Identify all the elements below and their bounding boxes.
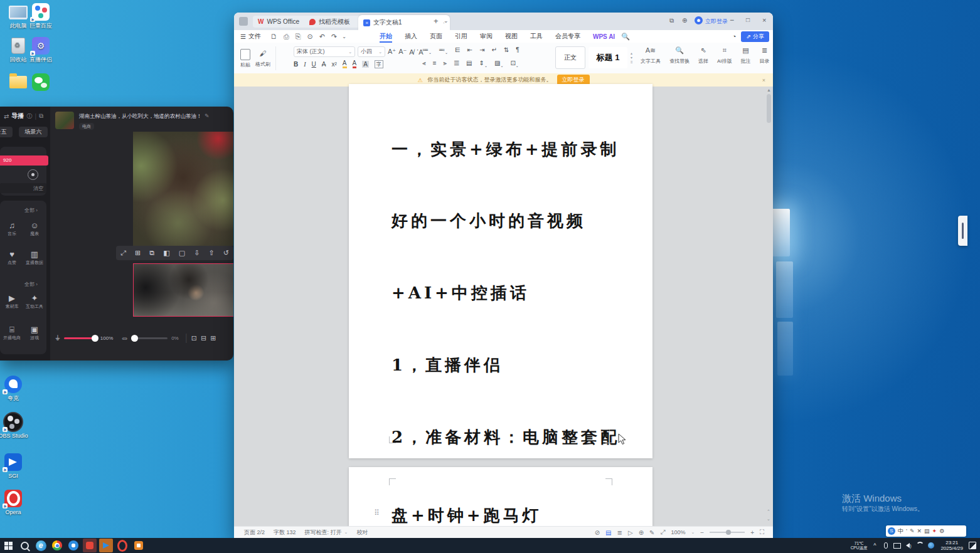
tab-wps-ai[interactable]: WPS AI [587, 33, 621, 40]
tab-docer[interactable]: 找稻壳模板 [304, 16, 365, 28]
ribbon-search-icon[interactable]: 🔍 [621, 33, 630, 41]
paste-button[interactable]: 粘贴 [240, 49, 250, 68]
tool-ecommerce[interactable]: ⌸ 开播电商 [1, 325, 23, 341]
soft-return-icon[interactable]: ↵ [492, 46, 497, 55]
section-all-2[interactable]: 全部 › [24, 281, 38, 288]
document-page-2[interactable]: ⠿ 盘+时钟+跑马灯 [349, 467, 652, 527]
underline-button[interactable]: U [312, 61, 316, 68]
video-preview-camera[interactable] [133, 263, 233, 317]
save-icon[interactable]: ⎙ [280, 33, 292, 41]
sort-icon[interactable]: ⇅ [504, 46, 509, 55]
camera-icon[interactable]: ⊡ [191, 334, 197, 342]
mic-volume-knob[interactable] [92, 335, 99, 342]
ime-pen-icon[interactable]: ✎ [910, 528, 915, 534]
tool-music[interactable]: ♫ 音乐 [1, 221, 23, 237]
tab-insert[interactable]: 插入 [398, 32, 423, 41]
align-right-icon[interactable]: ⫸ [443, 60, 447, 68]
scroll-up-icon[interactable]: ▲ [767, 88, 771, 92]
desktop-icon-obs[interactable]: ➤ OBS Studio [0, 413, 34, 439]
bold-button[interactable]: B [294, 61, 298, 68]
group-toc[interactable]: ≣ 目录 [760, 46, 770, 65]
ime-cut-icon[interactable]: ✕ [917, 528, 922, 534]
add-source-icon[interactable]: ⊞ [210, 334, 216, 342]
settings-gear-icon[interactable]: ⊕ [682, 17, 687, 24]
tray-network-icon[interactable] [915, 538, 925, 553]
ime-punct-icon[interactable]: ’ [906, 528, 907, 534]
italic-button[interactable]: I [304, 61, 306, 68]
taskbar-app-orange[interactable] [130, 538, 147, 553]
font-size-select[interactable]: 小四⌄ [358, 46, 385, 57]
scene-item-active[interactable]: 920 [0, 155, 48, 166]
close-button[interactable]: × [762, 16, 766, 24]
zoom-slider[interactable] [710, 532, 745, 533]
tray-expand-icon[interactable]: ^ [870, 538, 880, 553]
desktop-icon-wechat[interactable] [20, 73, 61, 93]
align-left-icon[interactable]: ⫷ [422, 60, 426, 68]
status-words[interactable]: 字数 132 [274, 529, 296, 537]
highlight-mode-icon[interactable]: ⊘ [595, 529, 600, 536]
redo-icon[interactable]: ↷ [328, 33, 340, 41]
increase-font-icon[interactable]: A⁺ [388, 48, 396, 56]
tab-reference[interactable]: 引用 [449, 32, 474, 41]
notice-close-icon[interactable]: × [762, 77, 765, 83]
group-text-tool[interactable]: A≋ 文字工具 [641, 46, 661, 65]
clear-format-icon[interactable]: A̸ [409, 48, 413, 56]
taskbar-app-running-red[interactable] [82, 538, 98, 553]
style-normal[interactable]: 正文 [555, 46, 585, 69]
status-spellcheck[interactable]: 拼写检查: 打开 [305, 529, 342, 537]
zoom-slider-knob[interactable] [726, 530, 731, 535]
tool-interactive[interactable]: ✦ 互动工具 [24, 293, 45, 310]
justify-icon[interactable]: ☰ [454, 60, 459, 68]
page-view-icon[interactable]: ▤ [605, 529, 611, 536]
document-scrollbar[interactable]: ▲ ⌃ ⌄ [766, 88, 772, 523]
decrease-font-icon[interactable]: A⁻ [398, 48, 407, 56]
document-page-1[interactable]: 一，实景+绿布+提前录制 好的一个小时的音视频 +AI+中控插话 1，直播伴侣 … [349, 84, 652, 458]
outline-icon[interactable]: ⋿ [455, 46, 461, 55]
tab-tools[interactable]: 工具 [524, 32, 549, 41]
tab-list-icon[interactable]: ⌄ [444, 18, 449, 24]
tool-like[interactable]: ♥ 点赞 [1, 250, 23, 266]
taskbar-chrome[interactable] [49, 538, 65, 553]
fit-page-icon[interactable]: ⤢ [660, 529, 665, 536]
new-tab-icon[interactable]: + [434, 16, 439, 26]
taskbar-app-active-live-companion[interactable] [98, 538, 114, 553]
next-page-icon[interactable]: ⌄ [767, 517, 770, 522]
login-link[interactable]: 立即登录 [705, 18, 728, 26]
move-up-icon[interactable]: ⇧ [208, 249, 214, 257]
cpu-temp-widget[interactable]: 71℃ CPU温度 [851, 541, 868, 550]
avatar[interactable]: ☻ [695, 16, 703, 24]
group-ai-layout[interactable]: ⌗ AI排版 [717, 46, 732, 65]
minimize-button[interactable]: − [730, 16, 734, 24]
border-icon[interactable]: ⊡⌄ [510, 60, 518, 68]
tab-home[interactable]: 开始 [373, 32, 398, 41]
ime-logo-icon[interactable]: S [888, 527, 895, 535]
align-center-icon[interactable]: ≡ [433, 60, 437, 68]
mic-volume-slider[interactable] [64, 337, 97, 339]
flip-horizontal-icon[interactable]: ◧ [163, 249, 169, 257]
desktop-icon-quark[interactable]: ➤ 夸克 [0, 375, 34, 401]
restore-layout-icon[interactable]: ⧉ [669, 17, 674, 24]
ime-settings-icon[interactable]: ⚙ [939, 528, 944, 534]
show-marks-icon[interactable]: ¶ [516, 46, 519, 55]
scene-tab-6[interactable]: 场景六 [19, 127, 48, 137]
indent-increase-icon[interactable]: ⇥ [479, 46, 484, 55]
tray-display-icon[interactable] [892, 538, 902, 553]
screen-share-icon[interactable]: ⊟ [201, 334, 206, 342]
font-color-button[interactable]: A [353, 60, 357, 68]
group-comment[interactable]: ▤ 批注 [741, 46, 751, 65]
highlight-button[interactable]: A [343, 60, 347, 68]
window-menu-icon[interactable] [239, 17, 248, 26]
assistant-icon[interactable]: ◔ [732, 33, 737, 40]
shading-icon[interactable]: ▨⌄ [494, 60, 503, 68]
tool-live-data[interactable]: ▥ 直播数据 [24, 250, 45, 266]
edit-mode-icon[interactable]: ✎ [649, 529, 654, 536]
speaker-volume-slider[interactable] [131, 337, 168, 339]
more-actions-icon[interactable]: ⌄ [340, 34, 348, 40]
taskbar-app-opera[interactable] [114, 538, 130, 553]
zoom-value[interactable]: 100% [671, 529, 685, 535]
char-shading-button[interactable]: A [362, 61, 369, 68]
tab-page[interactable]: 页面 [423, 32, 449, 41]
group-select[interactable]: ⇖ 选择 [698, 46, 708, 65]
char-border-button[interactable]: 字 [375, 60, 383, 68]
zoom-in-icon[interactable]: + [750, 529, 754, 536]
